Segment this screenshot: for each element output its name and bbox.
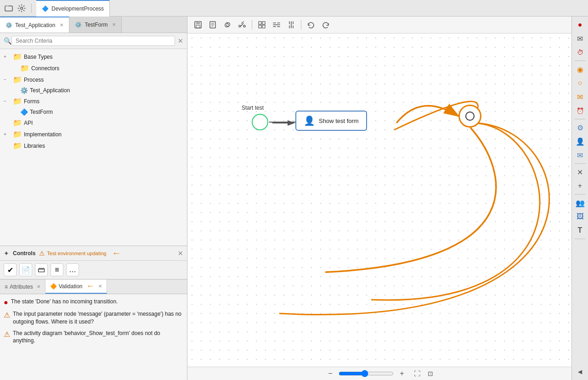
status-text: Test environment updating <box>47 251 106 256</box>
right-sep-3 <box>575 163 586 164</box>
val-msg-2: ⚠ The input parameter node 'message' (pa… <box>4 310 183 326</box>
diagram-canvas[interactable]: Start test 👤 Show test form <box>187 34 571 367</box>
label-process: Process <box>24 77 44 83</box>
toolbar-grid[interactable] <box>255 18 269 31</box>
diagram-toolbar <box>187 17 571 34</box>
zoom-out-btn[interactable]: − <box>326 369 335 378</box>
validation-label: Validation <box>59 283 83 290</box>
start-node[interactable] <box>252 114 268 130</box>
tree-item-test-application[interactable]: ⚙️ Test_Application <box>0 85 187 95</box>
svg-rect-3 <box>196 22 200 24</box>
right-icon-circle-orange[interactable]: ◉ <box>574 63 587 76</box>
end-node[interactable] <box>458 105 481 128</box>
search-box: 🔍 ✕ <box>0 33 187 49</box>
bottom-tabs: ≡ Attributes ✕ 🔶 Validation ← ✕ <box>0 279 187 294</box>
svg-rect-9 <box>262 25 265 28</box>
breadcrumb-dev-process[interactable]: 🔷 DevelopmentProcess <box>36 0 110 17</box>
toolbar-link[interactable] <box>220 18 234 31</box>
folder-icon-implementation: 📁 <box>13 130 22 139</box>
end-circle[interactable] <box>458 105 481 128</box>
error-icon-1: ● <box>4 298 8 307</box>
tree-item-forms[interactable]: − 📁 Forms <box>0 95 187 107</box>
controls-close-icon[interactable]: ✕ <box>178 250 183 257</box>
controls-status: ⚠ Test environment updating <box>39 250 106 257</box>
right-sep-1 <box>575 61 586 61</box>
right-icon-mail-blue[interactable]: ✉ <box>574 149 587 162</box>
toggle-process[interactable]: − <box>4 77 11 82</box>
ctrl-tool-check[interactable]: ✔ <box>4 263 17 276</box>
validation-content: ● The state 'Done' has no incoming trans… <box>0 294 187 380</box>
right-icon-clock-orange[interactable]: ⏰ <box>574 104 587 117</box>
tree-item-testform[interactable]: 🔷 TestForm <box>0 107 187 117</box>
right-collapse-icon[interactable]: ◀ <box>574 365 587 378</box>
tab-validation[interactable]: 🔶 Validation ← ✕ <box>45 279 107 294</box>
toggle-forms[interactable]: − <box>4 99 11 104</box>
tab-test-application[interactable]: ⚙️ Test_Application ✕ <box>0 17 69 33</box>
controls-panel: ✦ Controls ⚠ Test environment updating ←… <box>0 246 187 279</box>
action-box[interactable]: 👤 Show test form <box>295 111 367 131</box>
search-input[interactable] <box>11 36 175 46</box>
toolbar-redo[interactable] <box>319 18 333 31</box>
right-icon-mail-orange[interactable]: ✉ <box>574 90 587 103</box>
connector-line <box>269 122 296 123</box>
right-icon-circle-orange2[interactable]: ○ <box>574 77 587 89</box>
zoom-slider[interactable] <box>339 370 394 377</box>
tree-item-api[interactable]: 📁 API <box>0 117 187 129</box>
right-icon-plus[interactable]: + <box>574 179 587 192</box>
orange-arrows-svg <box>187 34 571 367</box>
right-icon-image[interactable]: 🖼 <box>574 210 587 223</box>
toolbar-align-v[interactable] <box>284 18 298 31</box>
end-inner-circle <box>465 112 475 121</box>
tab-testform[interactable]: ⚙️ TestForm ✕ <box>69 17 122 33</box>
canvas-area: Start test 👤 Show test form <box>187 17 571 380</box>
toolbar-cut[interactable] <box>235 18 249 31</box>
toolbar-save[interactable] <box>191 18 205 31</box>
tree-item-base-types[interactable]: + 📁 Base Types <box>0 51 187 62</box>
zoom-in-btn[interactable]: + <box>397 369 407 378</box>
tree-item-implementation[interactable]: + 📁 Implementation <box>0 129 187 140</box>
validation-close[interactable]: ✕ <box>98 284 102 289</box>
attributes-close[interactable]: ✕ <box>37 284 40 289</box>
zoom-grid-icon[interactable]: ⊡ <box>428 370 433 377</box>
tree-item-libraries[interactable]: 📁 Libraries <box>0 140 187 151</box>
tab-close-testform[interactable]: ✕ <box>112 22 116 27</box>
ctrl-tool-list[interactable]: ≡ <box>51 263 63 276</box>
ctrl-tool-db[interactable]: 🗃 <box>35 263 48 276</box>
svg-rect-8 <box>259 25 261 28</box>
toggle-implementation[interactable]: + <box>4 132 11 137</box>
tree-item-connectors[interactable]: 📁 Connectors <box>0 62 187 74</box>
tab-attributes[interactable]: ≡ Attributes ✕ <box>0 279 45 294</box>
right-icon-text[interactable]: T <box>574 224 587 237</box>
status-warning-icon: ⚠ <box>39 250 45 257</box>
search-clear-icon[interactable]: ✕ <box>178 37 183 45</box>
ctrl-tool-more[interactable]: … <box>66 263 79 276</box>
folder-icon-forms: 📁 <box>13 97 22 106</box>
toolbar-align-h[interactable] <box>270 18 283 31</box>
right-icon-gear[interactable]: ⚙ <box>574 121 587 134</box>
tree: + 📁 Base Types 📁 Connectors − 📁 Process … <box>0 49 187 246</box>
ctrl-tool-doc[interactable]: 📄 <box>19 263 32 276</box>
folder-icon-base-types: 📁 <box>13 52 22 61</box>
canvas-svg <box>187 34 571 367</box>
right-icon-person[interactable]: 👤 <box>574 135 587 148</box>
folder-icon[interactable] <box>4 3 14 13</box>
bottom-panel: ≡ Attributes ✕ 🔶 Validation ← ✕ ● The st… <box>0 279 187 380</box>
arrow-annotation-1: ← <box>112 248 121 258</box>
right-icon-persons[interactable]: 👥 <box>574 196 587 209</box>
right-icon-close[interactable]: ✕ <box>574 166 587 179</box>
tab-close-test-app[interactable]: ✕ <box>60 22 63 28</box>
zoom-expand-icon[interactable]: ⛶ <box>414 370 420 377</box>
right-icon-mail[interactable]: ✉ <box>574 32 587 45</box>
tree-item-process[interactable]: − 📁 Process <box>0 74 187 85</box>
right-sep-4 <box>575 194 586 195</box>
start-text: Start test <box>242 105 264 111</box>
svg-rect-0 <box>5 6 12 11</box>
toolbar-undo[interactable] <box>304 18 318 31</box>
toggle-base-types[interactable]: + <box>4 54 11 59</box>
toolbar-new[interactable] <box>206 18 220 31</box>
settings-icon[interactable] <box>17 3 27 13</box>
start-circle[interactable] <box>252 114 268 130</box>
right-icon-circle[interactable]: ● <box>574 18 587 31</box>
right-icon-clock[interactable]: ⏱ <box>574 46 587 59</box>
icon-test-app: ⚙️ <box>20 87 28 94</box>
